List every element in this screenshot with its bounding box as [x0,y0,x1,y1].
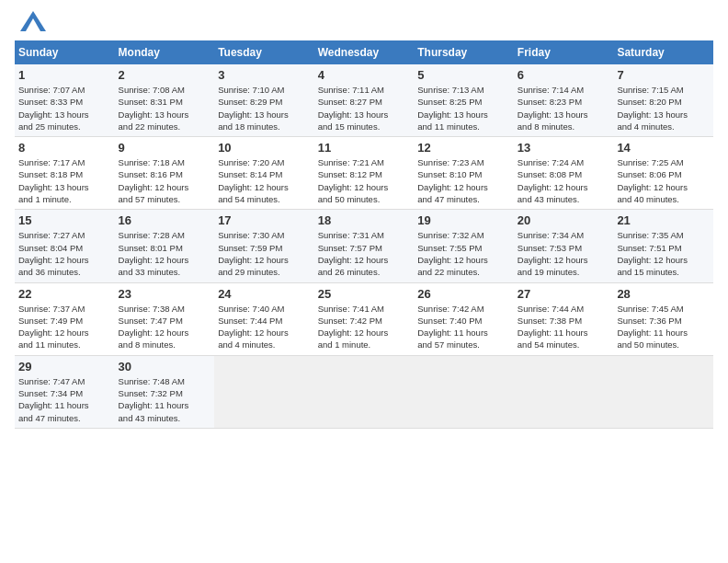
day-number: 20 [518,213,610,227]
calendar-cell: 6Sunrise: 7:14 AM Sunset: 8:23 PM Daylig… [514,64,614,137]
calendar-cell: 27Sunrise: 7:44 AM Sunset: 7:38 PM Dayli… [514,282,614,355]
calendar-cell: 12Sunrise: 7:23 AM Sunset: 8:10 PM Dayli… [414,137,514,210]
day-number: 12 [417,141,510,155]
empty-cell [514,355,614,428]
day-info: Sunrise: 7:15 AM Sunset: 8:20 PM Dayligh… [617,84,710,132]
logo [15,15,46,31]
day-header-tuesday: Tuesday [214,40,314,64]
day-number: 15 [18,213,111,227]
calendar-cell: 5Sunrise: 7:13 AM Sunset: 8:25 PM Daylig… [414,64,514,137]
day-number: 23 [119,287,211,301]
day-info: Sunrise: 7:48 AM Sunset: 7:32 PM Dayligh… [119,375,211,424]
day-info: Sunrise: 7:28 AM Sunset: 8:01 PM Dayligh… [119,229,211,278]
calendar-cell: 30Sunrise: 7:48 AM Sunset: 7:32 PM Dayli… [115,355,215,428]
empty-cell [613,355,713,428]
day-info: Sunrise: 7:30 AM Sunset: 7:59 PM Dayligh… [218,229,311,278]
day-info: Sunrise: 7:34 AM Sunset: 7:53 PM Dayligh… [518,229,610,278]
calendar-week-row: 15Sunrise: 7:27 AM Sunset: 8:04 PM Dayli… [15,210,713,282]
calendar-cell: 17Sunrise: 7:30 AM Sunset: 7:59 PM Dayli… [214,210,314,282]
empty-cell [214,355,314,428]
day-number: 24 [218,287,311,301]
empty-cell [314,355,415,428]
calendar-cell: 1Sunrise: 7:07 AM Sunset: 8:33 PM Daylig… [15,64,115,137]
day-number: 14 [617,141,710,155]
calendar-cell: 23Sunrise: 7:38 AM Sunset: 7:47 PM Dayli… [115,282,215,355]
day-number: 2 [119,68,211,82]
calendar-cell: 14Sunrise: 7:25 AM Sunset: 8:06 PM Dayli… [613,137,713,210]
calendar-cell: 29Sunrise: 7:47 AM Sunset: 7:34 PM Dayli… [15,355,115,428]
calendar-cell: 9Sunrise: 7:18 AM Sunset: 8:16 PM Daylig… [115,137,215,210]
calendar-week-row: 8Sunrise: 7:17 AM Sunset: 8:18 PM Daylig… [15,137,713,210]
day-number: 17 [218,213,311,227]
day-info: Sunrise: 7:11 AM Sunset: 8:27 PM Dayligh… [318,84,411,132]
day-number: 19 [417,213,510,227]
day-number: 8 [18,141,111,155]
day-number: 18 [318,213,411,227]
day-info: Sunrise: 7:44 AM Sunset: 7:38 PM Dayligh… [518,303,610,351]
day-info: Sunrise: 7:08 AM Sunset: 8:31 PM Dayligh… [119,84,211,132]
day-number: 25 [318,287,411,301]
empty-cell [414,355,514,428]
day-number: 1 [18,68,111,82]
day-info: Sunrise: 7:10 AM Sunset: 8:29 PM Dayligh… [218,84,311,132]
day-info: Sunrise: 7:13 AM Sunset: 8:25 PM Dayligh… [417,84,510,132]
day-number: 16 [119,213,211,227]
day-info: Sunrise: 7:47 AM Sunset: 7:34 PM Dayligh… [18,375,111,424]
day-info: Sunrise: 7:32 AM Sunset: 7:55 PM Dayligh… [417,229,510,278]
page-header [15,15,713,31]
calendar-cell: 28Sunrise: 7:45 AM Sunset: 7:36 PM Dayli… [613,282,713,355]
calendar-header-row: SundayMondayTuesdayWednesdayThursdayFrid… [15,40,713,64]
day-info: Sunrise: 7:37 AM Sunset: 7:49 PM Dayligh… [18,303,111,351]
day-info: Sunrise: 7:23 AM Sunset: 8:10 PM Dayligh… [417,156,510,205]
day-number: 5 [417,68,510,82]
day-info: Sunrise: 7:42 AM Sunset: 7:40 PM Dayligh… [417,303,510,351]
day-info: Sunrise: 7:27 AM Sunset: 8:04 PM Dayligh… [18,229,111,278]
calendar-cell: 19Sunrise: 7:32 AM Sunset: 7:55 PM Dayli… [414,210,514,282]
calendar-cell: 10Sunrise: 7:20 AM Sunset: 8:14 PM Dayli… [214,137,314,210]
day-info: Sunrise: 7:31 AM Sunset: 7:57 PM Dayligh… [318,229,411,278]
calendar-cell: 24Sunrise: 7:40 AM Sunset: 7:44 PM Dayli… [214,282,314,355]
calendar-cell: 18Sunrise: 7:31 AM Sunset: 7:57 PM Dayli… [314,210,415,282]
day-header-saturday: Saturday [613,40,713,64]
day-number: 3 [218,68,311,82]
day-info: Sunrise: 7:35 AM Sunset: 7:51 PM Dayligh… [617,229,710,278]
calendar-cell: 2Sunrise: 7:08 AM Sunset: 8:31 PM Daylig… [115,64,215,137]
day-header-wednesday: Wednesday [314,40,415,64]
day-number: 7 [617,68,710,82]
day-number: 21 [617,213,710,227]
day-number: 29 [18,360,111,373]
calendar-table: SundayMondayTuesdayWednesdayThursdayFrid… [15,40,713,429]
day-info: Sunrise: 7:07 AM Sunset: 8:33 PM Dayligh… [18,84,111,132]
day-number: 13 [518,141,610,155]
calendar-cell: 21Sunrise: 7:35 AM Sunset: 7:51 PM Dayli… [613,210,713,282]
day-number: 6 [518,68,610,82]
day-info: Sunrise: 7:41 AM Sunset: 7:42 PM Dayligh… [318,303,411,351]
day-header-monday: Monday [115,40,215,64]
calendar-cell: 13Sunrise: 7:24 AM Sunset: 8:08 PM Dayli… [514,137,614,210]
day-number: 27 [518,287,610,301]
day-number: 22 [18,287,111,301]
day-number: 28 [617,287,710,301]
calendar-cell: 3Sunrise: 7:10 AM Sunset: 8:29 PM Daylig… [214,64,314,137]
calendar-cell: 20Sunrise: 7:34 AM Sunset: 7:53 PM Dayli… [514,210,614,282]
calendar-cell: 4Sunrise: 7:11 AM Sunset: 8:27 PM Daylig… [314,64,415,137]
day-number: 26 [417,287,510,301]
calendar-cell: 15Sunrise: 7:27 AM Sunset: 8:04 PM Dayli… [15,210,115,282]
logo-icon [20,11,46,31]
day-info: Sunrise: 7:17 AM Sunset: 8:18 PM Dayligh… [18,156,111,205]
day-info: Sunrise: 7:18 AM Sunset: 8:16 PM Dayligh… [119,156,211,205]
day-number: 9 [119,141,211,155]
day-number: 30 [119,360,211,373]
day-info: Sunrise: 7:21 AM Sunset: 8:12 PM Dayligh… [318,156,411,205]
day-info: Sunrise: 7:24 AM Sunset: 8:08 PM Dayligh… [518,156,610,205]
calendar-cell: 11Sunrise: 7:21 AM Sunset: 8:12 PM Dayli… [314,137,415,210]
day-header-thursday: Thursday [414,40,514,64]
day-header-sunday: Sunday [15,40,115,64]
day-info: Sunrise: 7:20 AM Sunset: 8:14 PM Dayligh… [218,156,311,205]
day-info: Sunrise: 7:14 AM Sunset: 8:23 PM Dayligh… [518,84,610,132]
day-number: 4 [318,68,411,82]
calendar-cell: 26Sunrise: 7:42 AM Sunset: 7:40 PM Dayli… [414,282,514,355]
day-header-friday: Friday [514,40,614,64]
calendar-week-row: 1Sunrise: 7:07 AM Sunset: 8:33 PM Daylig… [15,64,713,137]
day-info: Sunrise: 7:45 AM Sunset: 7:36 PM Dayligh… [617,303,710,351]
